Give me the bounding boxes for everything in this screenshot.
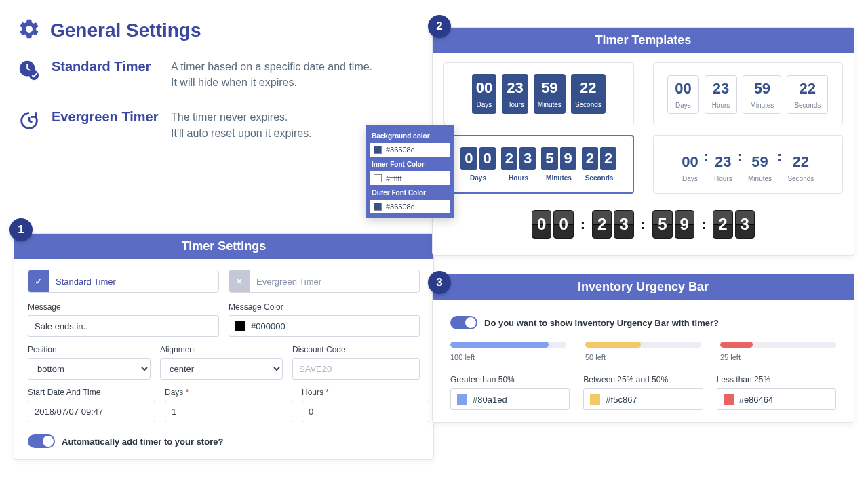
template-digit-tiles[interactable]: 00Days 23Hours 59Minutes 22Seconds xyxy=(443,135,634,194)
close-icon: ✕ xyxy=(229,270,250,292)
color-swatch-icon xyxy=(724,394,734,405)
start-date-input[interactable] xyxy=(28,401,155,422)
svg-point-1 xyxy=(29,70,39,80)
template-outline-boxes[interactable]: 00Days 23Hours 59Minutes 22Seconds xyxy=(653,62,844,125)
message-color-picker[interactable]: #000000 xyxy=(229,315,420,337)
threshold-lt25-color[interactable]: #e86464 xyxy=(717,388,836,410)
color-swatch-icon xyxy=(457,394,467,405)
hours-label: Hours * xyxy=(302,388,429,397)
color-swatch-icon xyxy=(374,174,382,182)
discount-input[interactable] xyxy=(292,358,420,380)
days-label: Days * xyxy=(165,388,292,397)
show-urgency-toggle[interactable] xyxy=(450,316,477,329)
threshold-lt25-label: Less than 25% xyxy=(717,375,836,384)
message-label: Message xyxy=(28,302,219,312)
template-plain-text[interactable]: 00Days: 23Hours: 59Minutes: 22Seconds xyxy=(653,135,844,194)
auto-add-toggle[interactable] xyxy=(28,434,55,448)
inner-font-label: Inner Font Color xyxy=(370,158,450,170)
color-swatch-icon xyxy=(590,394,600,405)
color-settings-popup: Background color #36508c Inner Font Colo… xyxy=(366,125,454,218)
color-swatch-icon xyxy=(235,321,245,331)
hours-input[interactable] xyxy=(302,401,429,422)
timer-templates-card: Timer Templates 00Days 23Hours 59Minutes… xyxy=(432,27,854,256)
step-badge-1: 1 xyxy=(9,218,33,241)
timer-type-evergreen-option[interactable]: ✕ Evergreen Timer xyxy=(229,270,420,293)
days-input[interactable] xyxy=(165,401,292,422)
color-swatch-icon xyxy=(374,146,382,154)
timer-settings-title: Timer Settings xyxy=(14,234,433,259)
bg-color-label: Background color xyxy=(370,129,450,142)
evergreen-timer-label: Evergreen Timer xyxy=(52,109,160,125)
template-solid-boxes[interactable]: 00Days 23Hours 59Minutes 22Seconds xyxy=(443,62,634,125)
alignment-label: Alignment xyxy=(160,345,283,354)
clock-refresh-icon xyxy=(18,109,41,132)
message-input[interactable] xyxy=(28,315,219,337)
evergreen-timer-desc: The timer never expires. It'll auto rese… xyxy=(171,109,312,140)
urgency-bar-100: 100 left xyxy=(450,342,566,361)
auto-add-label: Automatically add timer to your store? xyxy=(62,436,223,447)
show-urgency-label: Do you want to show inventory Urgency Ba… xyxy=(484,318,719,328)
threshold-25to50-label: Between 25% and 50% xyxy=(583,375,703,384)
inventory-urgency-title: Inventory Urgency Bar xyxy=(433,274,854,300)
option-label: Evergreen Timer xyxy=(250,277,328,287)
timer-templates-title: Timer Templates xyxy=(433,28,854,53)
position-label: Position xyxy=(28,345,151,354)
check-icon: ✓ xyxy=(28,270,49,292)
color-swatch-icon xyxy=(374,203,382,211)
threshold-gt50-label: Greater than 50% xyxy=(450,375,570,384)
bg-color-input[interactable]: #36508c xyxy=(370,143,450,157)
threshold-25to50-color[interactable]: #f5c867 xyxy=(583,388,703,410)
outer-font-input[interactable]: #36508c xyxy=(370,200,450,214)
color-value: #000000 xyxy=(251,321,285,331)
standard-timer-label: Standard Timer xyxy=(52,59,160,75)
alignment-select[interactable]: center xyxy=(160,358,283,380)
position-select[interactable]: bottom xyxy=(28,358,151,380)
inventory-urgency-card: Inventory Urgency Bar Do you want to sho… xyxy=(432,274,854,423)
start-date-label: Start Date And Time xyxy=(28,388,155,397)
step-badge-2: 2 xyxy=(428,15,451,38)
page-title: General Settings xyxy=(50,20,201,41)
urgency-bar-25: 25 left xyxy=(720,342,836,361)
threshold-gt50-color[interactable]: #80a1ed xyxy=(450,388,570,410)
message-color-label: Message Color xyxy=(229,302,420,312)
outer-font-label: Outer Font Color xyxy=(370,186,450,199)
inner-font-input[interactable]: #ffffff xyxy=(370,171,450,185)
step-badge-3: 3 xyxy=(428,271,451,294)
timer-type-standard-option[interactable]: ✓ Standard Timer xyxy=(28,270,219,293)
settings-gear-icon xyxy=(18,18,41,43)
template-flip-clock[interactable]: 00: 23: 59: 23 xyxy=(443,203,843,245)
standard-timer-desc: A timer based on a specific date and tim… xyxy=(171,59,372,90)
timer-settings-card: Timer Settings ✓ Standard Timer ✕ Evergr… xyxy=(14,233,434,460)
option-label: Standard Timer xyxy=(49,277,123,287)
clock-check-icon xyxy=(18,59,41,82)
urgency-bar-50: 50 left xyxy=(585,342,701,361)
discount-label: Discount Code xyxy=(292,345,420,354)
